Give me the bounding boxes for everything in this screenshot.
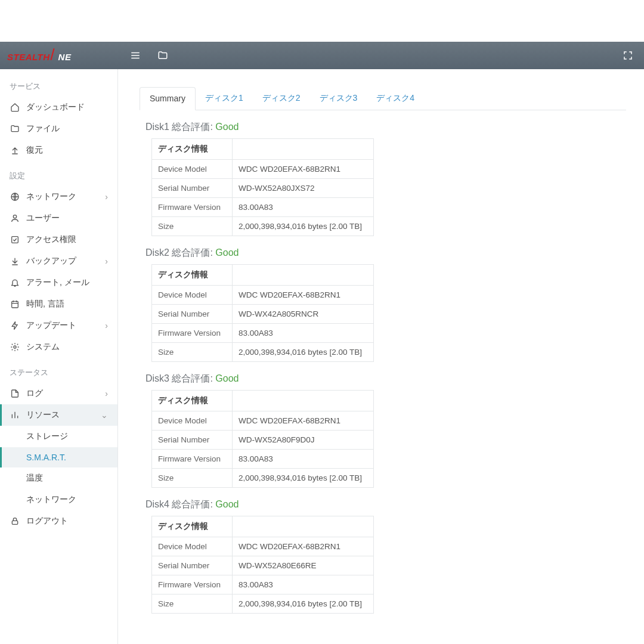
tab-disk3[interactable]: ディスク3	[310, 87, 367, 110]
chevron-right-icon: ›	[105, 389, 108, 398]
logo-slash-icon	[50, 49, 57, 60]
cell-label: Size	[152, 595, 233, 614]
table-row: Device ModelWDC WD20EFAX-68B2RN1	[152, 286, 374, 305]
table-row: Serial NumberWD-WX42A805RNCR	[152, 305, 374, 324]
table-row: Serial NumberWD-WX52A80JXS72	[152, 179, 374, 198]
tab-disk4[interactable]: ディスク4	[367, 87, 424, 110]
table-row: Device ModelWDC WD20EFAX-68B2RN1	[152, 537, 374, 556]
disk-title: Disk4 総合評価: Good	[145, 499, 626, 511]
hamburger-menu-button[interactable]	[126, 47, 144, 64]
disk-info-table: ディスク情報 Device ModelWDC WD20EFAX-68B2RN1 …	[151, 390, 374, 488]
cell-value: 83.00A83	[233, 450, 374, 469]
nav-label: システム	[26, 342, 60, 352]
nav-alert[interactable]: アラート, メール	[0, 272, 117, 293]
disk-info-table: ディスク情報 Device ModelWDC WD20EFAX-68B2RN1 …	[151, 138, 374, 236]
folder-icon	[10, 123, 20, 134]
fullscreen-icon	[623, 50, 633, 61]
table-row: Size2,000,398,934,016 bytes [2.00 TB]	[152, 469, 374, 488]
status-good: Good	[215, 122, 239, 132]
cell-label: Size	[152, 343, 233, 362]
nav-storage[interactable]: ストレージ	[0, 426, 117, 447]
table-row: Firmware Version83.00A83	[152, 324, 374, 343]
cell-label: Device Model	[152, 286, 233, 305]
nav-smart[interactable]: S.M.A.R.T.	[0, 447, 117, 467]
table-header: ディスク情報	[152, 516, 233, 537]
svg-rect-5	[12, 237, 18, 243]
gear-icon	[10, 342, 20, 352]
download-icon	[10, 256, 20, 267]
chevron-right-icon: ›	[105, 192, 108, 202]
nav-update[interactable]: アップデート›	[0, 315, 117, 336]
status-good: Good	[215, 499, 239, 509]
cell-label: Device Model	[152, 160, 233, 179]
topbar: STEALTHNE	[0, 42, 644, 69]
nav-timelang[interactable]: 時間, 言語	[0, 293, 117, 315]
cell-value: WDC WD20EFAX-68B2RN1	[233, 537, 374, 556]
cell-label: Size	[152, 217, 233, 236]
nav-network[interactable]: ネットワーク›	[0, 186, 117, 208]
logo: STEALTHNE	[7, 49, 126, 62]
nav-file[interactable]: ファイル	[0, 118, 117, 140]
cell-value: WD-WX52A80JXS72	[233, 179, 374, 198]
nav-label: 温度	[26, 473, 43, 484]
svg-point-4	[13, 215, 16, 218]
cell-value: WD-WX42A805RNCR	[233, 305, 374, 324]
cell-value: 2,000,398,934,016 bytes [2.00 TB]	[233, 343, 374, 362]
section-service: サービス	[0, 72, 117, 97]
cell-value: 83.00A83	[233, 575, 374, 595]
nav-label: ダッシュボード	[26, 102, 85, 113]
svg-rect-8	[12, 521, 17, 524]
status-good: Good	[215, 247, 239, 258]
sidebar: サービス ダッシュボード ファイル 復元 設定 ネットワーク› ユーザー アクセ…	[0, 69, 118, 644]
nav-logout[interactable]: ログアウト	[0, 510, 117, 532]
check-square-icon	[10, 234, 20, 245]
disk-info-table: ディスク情報 Device ModelWDC WD20EFAX-68B2RN1 …	[151, 264, 374, 362]
nav-log[interactable]: ログ›	[0, 383, 117, 404]
tab-disk1[interactable]: ディスク1	[196, 87, 253, 110]
nav-label: リソース	[26, 410, 60, 420]
hamburger-icon	[130, 50, 141, 61]
nav-network2[interactable]: ネットワーク	[0, 489, 117, 510]
cell-value: 2,000,398,934,016 bytes [2.00 TB]	[233, 217, 374, 236]
nav-restore[interactable]: 復元	[0, 140, 117, 161]
nav-label: ストレージ	[26, 431, 68, 442]
nav-temp[interactable]: 温度	[0, 467, 117, 489]
nav-label: ネットワーク	[26, 494, 76, 505]
cell-label: Serial Number	[152, 179, 233, 198]
table-row: Serial NumberWD-WX52A80E66RE	[152, 556, 374, 575]
table-row: Firmware Version83.00A83	[152, 198, 374, 217]
upload-icon	[10, 145, 20, 156]
tab-summary[interactable]: Summary	[140, 87, 196, 110]
chevron-right-icon: ›	[105, 256, 108, 266]
nav-access[interactable]: アクセス権限	[0, 229, 117, 250]
table-row: Firmware Version83.00A83	[152, 450, 374, 469]
fullscreen-button[interactable]	[619, 47, 637, 64]
cell-value: 83.00A83	[233, 198, 374, 217]
cell-label: Device Model	[152, 411, 233, 431]
cell-value: 2,000,398,934,016 bytes [2.00 TB]	[233, 469, 374, 488]
nav-dashboard[interactable]: ダッシュボード	[0, 97, 117, 118]
folder-button[interactable]	[154, 47, 172, 64]
nav-label: ファイル	[26, 123, 60, 134]
table-header: ディスク情報	[152, 139, 233, 160]
cell-label: Serial Number	[152, 305, 233, 324]
disk-info-table: ディスク情報 Device ModelWDC WD20EFAX-68B2RN1 …	[151, 516, 374, 614]
nav-label: アクセス権限	[26, 234, 76, 245]
cell-value: WD-WX52A80E66RE	[233, 556, 374, 575]
user-icon	[10, 213, 20, 224]
nav-label: アップデート	[26, 320, 76, 331]
status-good: Good	[215, 373, 239, 383]
main-content: Summary ディスク1 ディスク2 ディスク3 ディスク4 Disk1 総合…	[118, 69, 644, 644]
disk-title: Disk2 総合評価: Good	[145, 247, 626, 259]
nav-system[interactable]: システム	[0, 336, 117, 358]
table-row: Size2,000,398,934,016 bytes [2.00 TB]	[152, 595, 374, 614]
nav-resource[interactable]: リソース⌄	[0, 404, 117, 426]
table-row: Serial NumberWD-WX52A80F9D0J	[152, 431, 374, 450]
tab-disk2[interactable]: ディスク2	[253, 87, 310, 110]
nav-label: ログ	[26, 388, 43, 399]
nav-user[interactable]: ユーザー	[0, 208, 117, 229]
nav-label: 復元	[26, 145, 43, 156]
nav-label: ログアウト	[26, 516, 68, 527]
nav-backup[interactable]: バックアップ›	[0, 250, 117, 272]
nav-label: バックアップ	[26, 256, 76, 267]
